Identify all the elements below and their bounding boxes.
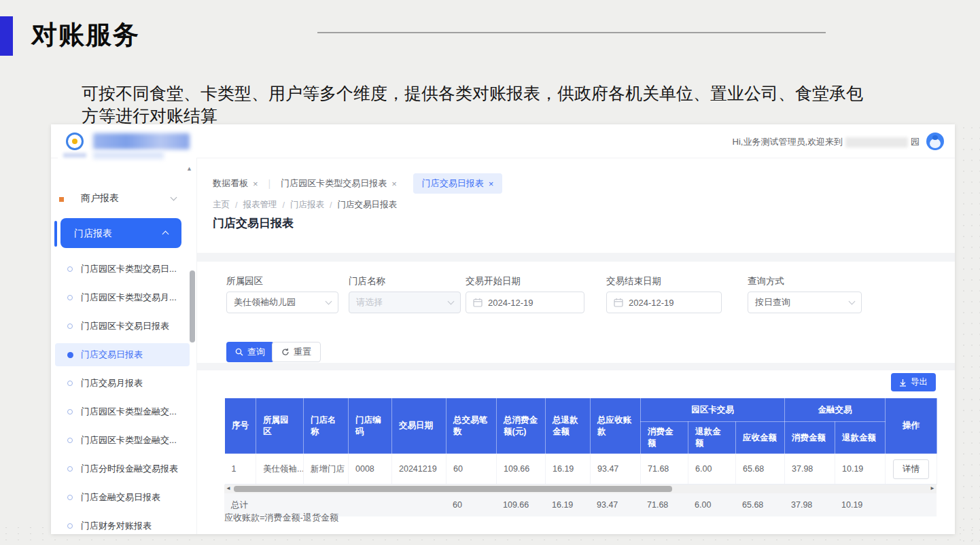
tab-store-daily-active[interactable]: 门店交易日报表 × xyxy=(413,173,503,194)
sidebar-item[interactable]: 门店园区卡类型金融交... xyxy=(51,398,196,426)
slide-description: 可按不同食堂、卡类型、用户等多个维度，提供各类对账报表，供政府各机关单位、置业公… xyxy=(82,82,870,127)
bullet-icon xyxy=(67,295,73,300)
export-button[interactable]: 导出 xyxy=(891,373,936,391)
calendar-icon xyxy=(473,298,483,307)
filter-label-store: 门店名称 xyxy=(349,275,385,287)
greeting-text: Hi,业务测试管理员,欢迎来到 xyxy=(733,136,843,148)
sidebar-item-merchant-reports[interactable]: 商户报表 xyxy=(51,188,196,207)
sidebar-item[interactable]: 门店分时段金融交易报表 xyxy=(51,455,196,483)
scroll-up-icon[interactable]: ▲ xyxy=(186,165,192,172)
query-mode-select[interactable]: 按日查询 xyxy=(748,292,862,313)
redacted-logo-caption xyxy=(63,153,86,158)
sidebar-item[interactable]: 门店金融交易日报表 xyxy=(51,483,196,512)
sub-header: 退款金额 xyxy=(688,422,736,454)
chevron-down-icon xyxy=(448,298,455,305)
sidebar-item[interactable]: 门店交易月报表 xyxy=(51,369,196,398)
close-icon[interactable]: × xyxy=(253,179,258,189)
horizontal-scrollbar[interactable]: ◄ ► xyxy=(224,485,937,493)
sidebar-menu-list: 门店园区卡类型交易日... 门店园区卡类型交易月... 门店园区卡交易日报表 门… xyxy=(51,255,196,545)
col-header: 总应收账款 xyxy=(591,398,641,454)
sidebar-item[interactable]: 门店第三方交易日报表 xyxy=(51,540,196,545)
filter-label-query-mode: 查询方式 xyxy=(748,275,784,287)
chevron-down-icon xyxy=(171,194,177,201)
bullet-icon xyxy=(67,352,73,358)
col-header: 总退款金额 xyxy=(546,398,591,454)
page-title: 门店交易日报表 xyxy=(213,215,294,231)
group-header-park-card: 园区卡交易 xyxy=(641,398,785,422)
sub-header: 应收金额 xyxy=(736,422,785,454)
chevron-down-icon xyxy=(326,298,332,305)
end-date-input[interactable]: 2024-12-19 xyxy=(606,292,722,313)
brand-logo-icon xyxy=(66,133,84,150)
sidebar-item[interactable]: 门店财务对账报表 xyxy=(51,512,196,540)
tab-park-card-type-daily[interactable]: 门店园区卡类型交易日报表 × xyxy=(281,177,397,190)
sidebar-item[interactable]: 门店园区卡类型金融交... xyxy=(51,426,196,455)
bullet-icon xyxy=(67,523,73,529)
breadcrumb-home[interactable]: 主页 xyxy=(213,199,230,211)
col-header: 所属园区 xyxy=(256,398,304,454)
orange-marker-icon xyxy=(59,197,64,202)
chevron-down-icon xyxy=(849,298,856,305)
tab-divider: | xyxy=(268,178,271,189)
scrollbar-thumb[interactable] xyxy=(234,486,672,492)
bullet-icon xyxy=(67,323,73,329)
user-greeting: Hi,业务测试管理员,欢迎来到 园 xyxy=(733,136,920,148)
bullet-icon xyxy=(67,266,73,272)
close-icon[interactable]: × xyxy=(391,179,397,189)
sidebar-item-active[interactable]: 门店交易日报表 xyxy=(51,340,196,369)
sidebar-group-store-reports[interactable]: 门店报表 xyxy=(60,218,181,248)
scroll-left-icon[interactable]: ◄ xyxy=(226,485,231,491)
col-header: 门店名称 xyxy=(304,398,349,454)
title-accent-block xyxy=(0,16,13,56)
sidebar-item[interactable]: 门店园区卡类型交易月... xyxy=(51,283,196,312)
park-select[interactable]: 美仕领袖幼儿园 xyxy=(226,292,338,313)
sub-header: 消费金额 xyxy=(785,422,835,454)
table-row: 1 美仕领袖... 新增门店 0008 20241219 60 109.66 1… xyxy=(225,454,937,485)
search-button[interactable]: 查询 xyxy=(226,342,274,362)
col-header: 门店编码 xyxy=(349,398,392,454)
sidebar-group-label: 门店报表 xyxy=(74,228,112,239)
col-header: 总消费金额(元) xyxy=(497,398,546,454)
bullet-icon xyxy=(67,381,73,386)
col-header: 交易日期 xyxy=(392,398,447,454)
breadcrumb-store-reports[interactable]: 门店报表 xyxy=(290,199,324,211)
reset-button[interactable]: 重置 xyxy=(272,342,321,362)
greeting-suffix: 园 xyxy=(911,136,920,148)
detail-button[interactable]: 详情 xyxy=(893,459,929,479)
bullet-icon xyxy=(67,466,73,472)
background-texture-right xyxy=(960,122,980,545)
redacted-org-name xyxy=(845,137,908,147)
start-date-input[interactable]: 2024-12-19 xyxy=(466,292,584,313)
scroll-right-icon[interactable]: ► xyxy=(930,485,935,491)
chevron-up-icon xyxy=(162,231,169,238)
sidebar-parent-label: 商户报表 xyxy=(81,188,119,207)
bullet-icon xyxy=(67,409,73,415)
title-divider-line xyxy=(317,32,826,33)
search-icon xyxy=(235,348,243,356)
download-icon xyxy=(899,379,907,387)
section-divider xyxy=(197,253,955,262)
sidebar-item[interactable]: 门店园区卡交易日报表 xyxy=(51,312,196,340)
section-divider xyxy=(197,363,955,370)
footnote: 应收账款=消费金额-退货金额 xyxy=(224,512,338,524)
avatar[interactable] xyxy=(926,133,944,150)
sub-header: 消费金额 xyxy=(641,422,688,454)
filter-label-start-date: 交易开始日期 xyxy=(466,275,521,287)
filter-label-park: 所属园区 xyxy=(226,275,263,287)
app-window: Hi,业务测试管理员,欢迎来到 园 ▲ 商户报表 门店报表 门店园区卡类型交易日… xyxy=(51,124,955,534)
slide-title: 对账服务 xyxy=(31,18,140,52)
breadcrumb-current: 门店交易日报表 xyxy=(337,199,397,211)
sub-header: 退款金额 xyxy=(835,422,886,454)
main-content: 数据看板 × | 门店园区卡类型交易日报表 × 门店交易日报表 × 主页 / 报… xyxy=(197,158,955,534)
store-select[interactable]: 请选择 xyxy=(349,292,461,313)
refresh-icon xyxy=(281,348,290,356)
tab-dashboard[interactable]: 数据看板 × xyxy=(213,177,258,190)
tab-bar: 数据看板 × | 门店园区卡类型交易日报表 × 门店交易日报表 × xyxy=(213,173,502,194)
filter-label-end-date: 交易结束日期 xyxy=(606,275,661,287)
sidebar-item[interactable]: 门店园区卡类型交易日... xyxy=(51,255,196,283)
close-icon[interactable]: × xyxy=(489,179,494,189)
breadcrumb-report-mgmt[interactable]: 报表管理 xyxy=(243,199,277,211)
redacted-brand-name xyxy=(93,133,190,150)
active-group-indicator xyxy=(54,221,57,247)
calendar-icon xyxy=(614,298,623,307)
